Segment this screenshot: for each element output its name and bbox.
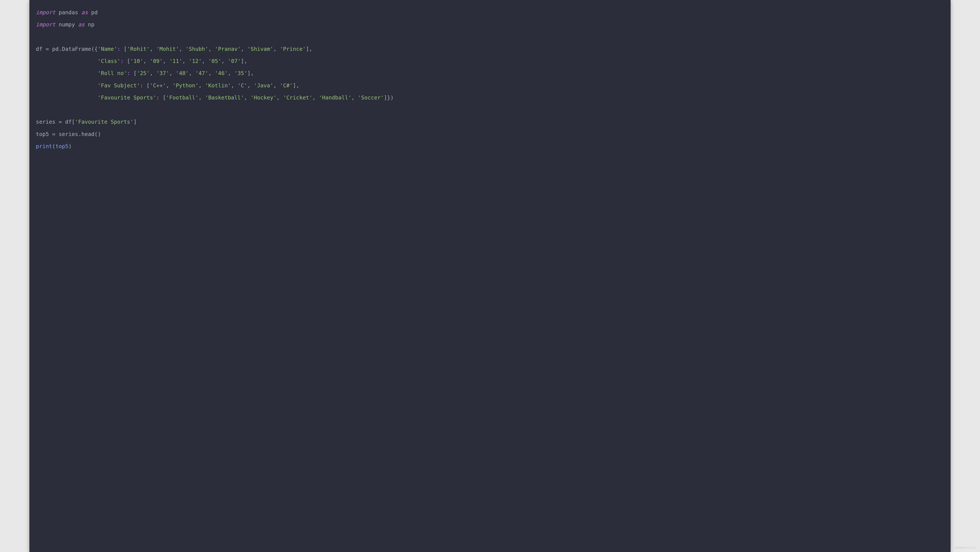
- string-val: 'Soccer': [358, 94, 384, 101]
- operator: =: [59, 119, 62, 125]
- variable: top5: [36, 131, 49, 137]
- string-val: '05': [208, 58, 221, 64]
- string-key: 'Favourite Sports': [98, 94, 156, 101]
- comma: ,: [273, 46, 277, 52]
- module-name: numpy: [59, 21, 75, 28]
- string-val: 'Cricket': [283, 94, 312, 101]
- paren: ): [68, 143, 72, 149]
- string-val: '37': [156, 70, 169, 76]
- bracket: [: [146, 82, 150, 89]
- colon: :: [120, 58, 124, 64]
- comma: ,: [208, 46, 212, 52]
- paren: ): [98, 131, 101, 137]
- string-val: 'C#': [280, 82, 293, 89]
- bracket: ]: [247, 70, 251, 76]
- comma: ,: [166, 82, 169, 89]
- string-val: 'Football': [166, 94, 199, 101]
- string-val: 'Java': [254, 82, 273, 89]
- colon: :: [127, 70, 130, 76]
- indent: [36, 58, 98, 64]
- comma: ,: [244, 94, 247, 101]
- colon: :: [156, 94, 159, 101]
- comma: ,: [150, 70, 153, 76]
- string-val: 'Kotlin': [205, 82, 231, 89]
- comma: ,: [231, 82, 234, 89]
- paren: (: [91, 46, 94, 52]
- string-val: 'C': [237, 82, 247, 89]
- comma: ,: [150, 46, 153, 52]
- paren: (: [52, 143, 55, 149]
- string-val: 'Prince': [280, 46, 306, 52]
- paren: ): [390, 94, 394, 101]
- variable: df: [36, 46, 42, 52]
- indent: [36, 94, 98, 101]
- string-val: '48': [176, 70, 189, 76]
- method-name: head: [81, 131, 94, 137]
- bracket: [: [72, 119, 75, 125]
- string-key: 'Class': [98, 58, 120, 64]
- string-val: 'Favourite Sports': [75, 119, 134, 125]
- dot: .: [59, 46, 62, 52]
- module-ref: pd: [52, 46, 59, 52]
- comma: ,: [351, 94, 355, 101]
- bracket: [: [124, 46, 127, 52]
- string-val: 'Handball': [319, 94, 352, 101]
- string-key: 'Fav Subject': [98, 82, 140, 89]
- string-val: 'Basketball': [205, 94, 244, 101]
- operator: =: [46, 46, 49, 52]
- watermark-text: @掘金翻译计划社区: [955, 546, 976, 549]
- string-key: 'Name': [98, 46, 117, 52]
- string-val: '47': [195, 70, 208, 76]
- colon: :: [117, 46, 120, 52]
- comma: ,: [251, 70, 254, 76]
- string-val: '09': [150, 58, 163, 64]
- variable-ref: top5: [55, 143, 68, 149]
- bracket: ]: [293, 82, 296, 89]
- bracket: [: [127, 58, 130, 64]
- comma: ,: [312, 94, 316, 101]
- string-val: 'Shivam': [247, 46, 273, 52]
- dot: .: [78, 131, 81, 137]
- paren: (: [94, 131, 98, 137]
- string-val: '10': [130, 58, 143, 64]
- comma: ,: [189, 70, 192, 76]
- indent: [36, 82, 98, 89]
- keyword-import: import: [36, 9, 55, 16]
- comma: ,: [199, 94, 202, 101]
- comma: ,: [296, 82, 299, 89]
- code-content: import pandas as pd import numpy as np d…: [36, 6, 944, 152]
- comma: ,: [182, 58, 186, 64]
- variable-ref: series: [59, 131, 78, 137]
- comma: ,: [143, 58, 146, 64]
- string-val: 'Hockey': [251, 94, 277, 101]
- string-val: '12': [189, 58, 202, 64]
- comma: ,: [169, 70, 172, 76]
- string-val: 'Mohit': [156, 46, 179, 52]
- string-val: 'Python': [172, 82, 198, 89]
- string-val: 'Rohit': [127, 46, 150, 52]
- string-val: '07': [228, 58, 241, 64]
- comma: ,: [241, 46, 244, 52]
- comma: ,: [228, 70, 231, 76]
- alias-name: np: [88, 21, 94, 28]
- bracket: [: [134, 70, 137, 76]
- string-val: '11': [169, 58, 182, 64]
- function-name: DataFrame: [62, 46, 91, 52]
- comma: ,: [202, 58, 205, 64]
- comma: ,: [309, 46, 312, 52]
- brace: }: [387, 94, 390, 101]
- keyword-as: as: [81, 9, 88, 16]
- string-val: '25': [137, 70, 150, 76]
- comma: ,: [199, 82, 202, 89]
- variable: series: [36, 119, 55, 125]
- string-key: 'Roll no': [98, 70, 127, 76]
- comma: ,: [277, 94, 280, 101]
- comma: ,: [273, 82, 277, 89]
- keyword-import: import: [36, 21, 55, 28]
- bracket: ]: [384, 94, 387, 101]
- code-block: import pandas as pd import numpy as np d…: [29, 0, 951, 552]
- bracket: [: [163, 94, 166, 101]
- colon: :: [140, 82, 143, 89]
- string-val: 'C++': [150, 82, 166, 89]
- string-val: '46': [215, 70, 228, 76]
